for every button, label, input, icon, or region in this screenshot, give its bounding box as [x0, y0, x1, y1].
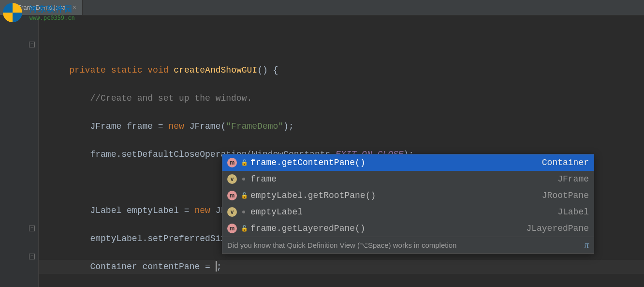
method-badge-icon: m — [227, 191, 237, 200]
dot-icon — [242, 211, 245, 213]
editor-gutter[interactable]: − − − — [0, 15, 39, 287]
completion-item[interactable]: m 🔓 frame.getLayeredPane() JLayeredPane — [222, 220, 594, 237]
completion-item[interactable]: v frame JFrame — [222, 171, 594, 187]
fold-marker-icon[interactable]: − — [29, 254, 35, 259]
completion-type: JRootPane — [542, 191, 589, 200]
code-line: //Create and set up the window. — [39, 91, 644, 106]
code-line: JFrame frame = new JFrame("FrameDemo"); — [39, 120, 644, 134]
dot-icon — [242, 178, 245, 181]
lock-open-icon: 🔓 — [241, 225, 247, 232]
code-line — [39, 35, 644, 49]
fold-marker-icon[interactable]: − — [29, 226, 35, 231]
completion-label: emptyLabel — [250, 207, 554, 217]
variable-badge-icon: v — [227, 174, 237, 184]
completion-item[interactable]: v emptyLabel JLabel — [222, 204, 594, 220]
completion-label: frame.getLayeredPane() — [250, 224, 522, 233]
variable-badge-icon: v — [227, 207, 237, 217]
pi-icon[interactable]: π — [585, 240, 589, 250]
completion-label: frame — [250, 174, 554, 184]
editor-tab-bar: C FrameDemo.java × — [0, 0, 644, 15]
watermark: 河东软件园 www.pc0359.cn — [3, 3, 75, 22]
completion-hint-bar: Did you know that Quick Definition View … — [222, 237, 594, 253]
code-line-current: Container contentPane = ; — [39, 260, 644, 274]
completion-type: JLayeredPane — [526, 224, 589, 233]
watermark-logo-icon — [3, 3, 22, 22]
method-badge-icon: m — [227, 158, 237, 167]
completion-label: frame.getContentPane() — [250, 158, 538, 167]
lock-open-icon: 🔓 — [241, 192, 247, 199]
completion-item[interactable]: m 🔓 emptyLabel.getRootPane() JRootPane — [222, 187, 594, 204]
hint-text: Did you know that Quick Definition View … — [227, 241, 456, 250]
lock-open-icon: 🔓 — [241, 159, 247, 166]
watermark-text-1: 河东软件园 — [29, 4, 75, 15]
completion-type: JFrame — [557, 174, 589, 184]
method-badge-icon: m — [227, 224, 237, 233]
completion-type: Container — [542, 158, 589, 167]
completion-type: JLabel — [557, 207, 589, 217]
code-completion-popup[interactable]: m 🔓 frame.getContentPane() Container v f… — [222, 154, 594, 254]
fold-marker-icon[interactable]: − — [29, 42, 35, 47]
watermark-text-2: www.pc0359.cn — [29, 15, 75, 21]
completion-label: emptyLabel.getRootPane() — [250, 191, 538, 200]
completion-item[interactable]: m 🔓 frame.getContentPane() Container — [222, 154, 594, 171]
code-line: private static void createAndShowGUI() { — [39, 63, 644, 77]
